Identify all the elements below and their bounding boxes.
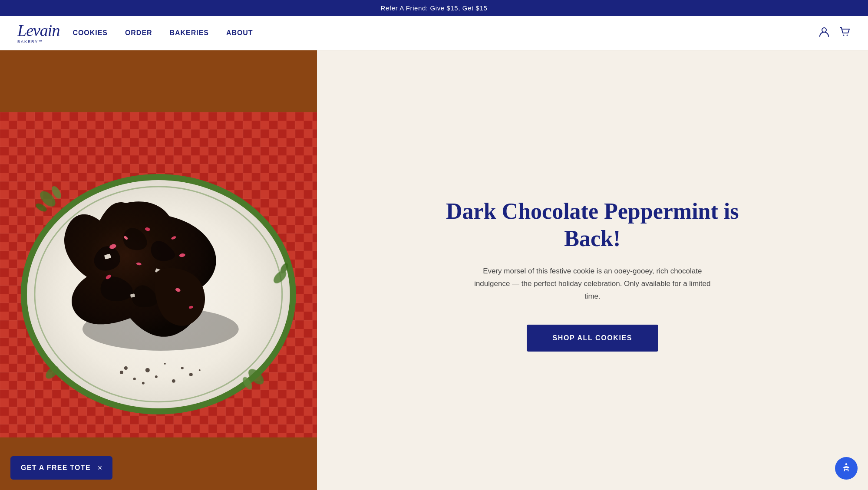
free-tote-banner: GET A FREE TOTE ×: [10, 456, 112, 480]
svg-point-2: [847, 35, 848, 36]
header-right: [818, 26, 851, 40]
hero-description: Every morsel of this festive cookie is a…: [466, 265, 718, 303]
hero-image: [0, 50, 317, 490]
hero-content: Dark Chocolate Peppermint is Back! Every…: [317, 50, 868, 490]
accessibility-icon: [840, 462, 852, 474]
nav-item-about[interactable]: ABOUT: [226, 29, 253, 37]
cookie-scene-svg: [0, 50, 317, 490]
hero-title: Dark Chocolate Peppermint is Back!: [440, 198, 744, 252]
header: Levain BAKERY™ COOKIES ORDER BAKERIES AB…: [0, 16, 868, 50]
svg-point-38: [145, 368, 150, 372]
svg-point-40: [124, 366, 128, 370]
logo-subtitle: BAKERY™: [17, 39, 59, 44]
header-left: Levain BAKERY™ COOKIES ORDER BAKERIES AB…: [17, 22, 253, 44]
svg-point-41: [181, 367, 184, 369]
svg-point-39: [155, 375, 158, 378]
logo[interactable]: Levain BAKERY™: [17, 22, 59, 44]
shop-all-cookies-button[interactable]: SHOP ALL COOKIES: [527, 325, 659, 352]
close-tote-button[interactable]: ×: [98, 464, 102, 472]
accessibility-button[interactable]: [835, 457, 858, 480]
nav-item-cookies[interactable]: COOKIES: [73, 29, 108, 37]
svg-point-43: [199, 369, 201, 371]
svg-point-44: [142, 382, 145, 385]
free-tote-label[interactable]: GET A FREE TOTE: [21, 464, 91, 472]
svg-point-42: [189, 373, 193, 376]
svg-point-45: [172, 379, 175, 383]
svg-point-1: [843, 35, 845, 36]
hero-section: Dark Chocolate Peppermint is Back! Every…: [0, 50, 868, 490]
nav-item-order[interactable]: ORDER: [125, 29, 152, 37]
svg-point-46: [164, 363, 166, 365]
svg-point-37: [133, 378, 136, 380]
announcement-text: Refer A Friend: Give $15, Get $15: [381, 4, 488, 12]
main-nav: COOKIES ORDER BAKERIES ABOUT: [73, 29, 253, 37]
announcement-bar: Refer A Friend: Give $15, Get $15: [0, 0, 868, 16]
svg-point-0: [822, 28, 826, 32]
cart-icon[interactable]: [838, 26, 851, 40]
logo-name: Levain: [17, 21, 59, 39]
svg-point-36: [120, 371, 123, 374]
nav-item-bakeries[interactable]: BAKERIES: [170, 29, 209, 37]
svg-point-47: [845, 463, 848, 465]
account-icon[interactable]: [818, 26, 830, 40]
